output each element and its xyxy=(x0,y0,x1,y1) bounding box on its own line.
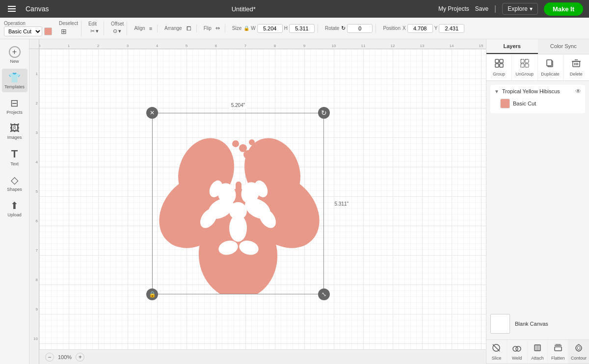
layer-color-thumbnail xyxy=(500,99,510,108)
operation-control: Operation Basic Cut xyxy=(4,21,52,36)
sidebar-item-label-upload: Upload xyxy=(7,212,22,217)
handle-resize[interactable]: ⤡ xyxy=(318,288,330,300)
canvas-grid[interactable]: 5.204" 5.311" ✕ ↻ 🔒 ⤡ xyxy=(39,49,486,349)
deselect-group: Deselect ⊞ xyxy=(56,21,81,36)
ruler-tick-7: 7 xyxy=(244,44,246,49)
svg-rect-32 xyxy=(525,64,529,67)
delete-icon xyxy=(571,58,581,71)
handle-lock[interactable]: 🔒 xyxy=(146,288,158,300)
edit-button[interactable]: ✂ ▾ xyxy=(88,27,101,35)
deselect-button[interactable]: ⊞ xyxy=(59,26,69,36)
ruler-tick-4: 4 xyxy=(156,44,158,49)
slice-button[interactable]: Slice xyxy=(486,340,507,364)
layers-content: ▼ Tropical Yellow Hibiscus 👁 Basic Cut xyxy=(486,81,589,308)
flip-group: Flip ⇔ xyxy=(201,24,225,32)
edit-control: Edit ✂ ▾ xyxy=(88,21,101,35)
flip-button[interactable]: ⇔ xyxy=(214,24,222,32)
offset-label: Offset xyxy=(111,21,124,26)
tab-color-sync[interactable]: Color Sync xyxy=(538,39,589,54)
weld-button[interactable]: Weld xyxy=(507,340,528,364)
edit-label: Edit xyxy=(88,21,101,26)
my-projects-button[interactable]: My Projects xyxy=(438,5,469,12)
dimension-height-label: 5.311" xyxy=(334,201,348,207)
handle-rotate[interactable]: ↻ xyxy=(318,107,330,119)
sidebar-item-new[interactable]: + New xyxy=(2,43,27,67)
ruler-tick-8: 8 xyxy=(274,44,276,49)
ruler-tick-v-2: 2 xyxy=(29,101,39,105)
templates-icon: 👕 xyxy=(8,72,21,83)
group-label: Group xyxy=(493,72,505,77)
flatten-button[interactable]: Flatten xyxy=(548,340,568,364)
operation-select-group: Basic Cut xyxy=(4,26,52,36)
size-h-label: H xyxy=(284,26,288,31)
size-h-input[interactable]: 5.311 xyxy=(289,24,315,33)
delete-button[interactable]: Delete xyxy=(563,54,589,80)
edit-group: Edit ✂ ▾ xyxy=(85,21,104,35)
text-icon: T xyxy=(11,148,18,160)
ruler-tick-v-4: 4 xyxy=(29,160,39,164)
align-button[interactable]: ≡ xyxy=(147,25,154,32)
hamburger-menu[interactable] xyxy=(6,4,18,14)
arrange-button[interactable]: ⧠ xyxy=(184,25,193,32)
svg-rect-27 xyxy=(495,64,499,67)
position-x-input[interactable]: 4.708 xyxy=(407,24,433,33)
weld-icon xyxy=(512,343,522,355)
handle-delete[interactable]: ✕ xyxy=(146,107,158,119)
position-y-input[interactable]: 2.431 xyxy=(439,24,464,33)
duplicate-button[interactable]: Duplicate xyxy=(538,54,563,80)
position-label: Position xyxy=(383,26,401,31)
ungroup-icon xyxy=(520,58,530,71)
make-it-button[interactable]: Make It xyxy=(544,2,583,16)
ruler-tick-14: 14 xyxy=(450,44,454,49)
offset-button[interactable]: ⊙ ▾ xyxy=(111,27,123,35)
explore-button[interactable]: Explore ▾ xyxy=(502,3,538,15)
contour-icon xyxy=(574,343,584,355)
sidebar-item-projects[interactable]: ⊟ Projects xyxy=(2,94,27,118)
sidebar-item-shapes[interactable]: ◇ Shapes xyxy=(2,171,27,195)
ruler-tick-5: 5 xyxy=(186,44,187,49)
sidebar-item-label-templates: Templates xyxy=(4,84,25,89)
selection-box xyxy=(152,113,324,294)
navbar-right: My Projects Save | Explore ▾ Make It xyxy=(438,2,583,16)
rotate-input[interactable]: 0 xyxy=(347,24,373,33)
group-button[interactable]: Group xyxy=(486,54,512,80)
color-swatch[interactable] xyxy=(44,27,52,35)
duplicate-label: Duplicate xyxy=(541,72,560,77)
attach-button[interactable]: Attach xyxy=(528,340,548,364)
ruler-left: 1 2 3 4 5 6 7 8 9 10 xyxy=(29,49,39,364)
panel-tabs: Layers Color Sync xyxy=(486,39,589,54)
tab-layers[interactable]: Layers xyxy=(486,39,538,54)
operation-select[interactable]: Basic Cut xyxy=(4,26,42,36)
left-sidebar: + New 👕 Templates ⊟ Projects 🖼 Images T … xyxy=(0,39,29,364)
layer-chevron-icon: ▼ xyxy=(494,89,499,94)
sidebar-item-label-shapes: Shapes xyxy=(7,187,22,192)
ungroup-button[interactable]: UnGroup xyxy=(512,54,537,80)
arrange-group: Arrange ⧠ xyxy=(161,25,197,32)
navbar: Canvas Untitled* My Projects Save | Expl… xyxy=(0,0,589,18)
zoom-out-button[interactable]: − xyxy=(45,353,54,362)
align-label: Align xyxy=(134,26,145,31)
weld-label: Weld xyxy=(512,356,522,361)
flower-container[interactable]: 5.204" 5.311" ✕ ↻ 🔒 ⤡ xyxy=(152,113,324,294)
svg-rect-34 xyxy=(547,60,552,66)
contour-button[interactable]: Contour xyxy=(568,340,589,364)
bottom-bar: − 100% + xyxy=(39,349,486,364)
ruler-tick-1: 1 xyxy=(68,44,70,49)
offset-group: Offset ⊙ ▾ xyxy=(108,21,128,35)
zoom-in-button[interactable]: + xyxy=(76,353,84,362)
sidebar-item-templates[interactable]: 👕 Templates xyxy=(2,69,27,92)
blank-canvas-thumbnail xyxy=(490,314,510,334)
sidebar-item-upload[interactable]: ⬆ Upload xyxy=(2,197,27,220)
save-button[interactable]: Save xyxy=(475,5,488,12)
svg-rect-30 xyxy=(525,59,529,63)
blank-canvas-area: Blank Canvas xyxy=(486,308,589,339)
layer-visibility-icon[interactable]: 👁 xyxy=(575,88,581,95)
canvas-area[interactable]: 0 1 2 3 4 5 6 7 8 9 10 11 12 13 14 15 1 xyxy=(29,39,486,364)
sidebar-item-images[interactable]: 🖼 Images xyxy=(2,120,27,143)
deselect-control: Deselect ⊞ xyxy=(59,21,78,36)
layer-item[interactable]: Basic Cut xyxy=(494,97,581,110)
sidebar-item-text[interactable]: T Text xyxy=(2,145,27,169)
size-w-input[interactable]: 5.204 xyxy=(257,24,283,33)
svg-point-44 xyxy=(516,346,521,351)
layer-group-header[interactable]: ▼ Tropical Yellow Hibiscus 👁 xyxy=(494,88,581,95)
